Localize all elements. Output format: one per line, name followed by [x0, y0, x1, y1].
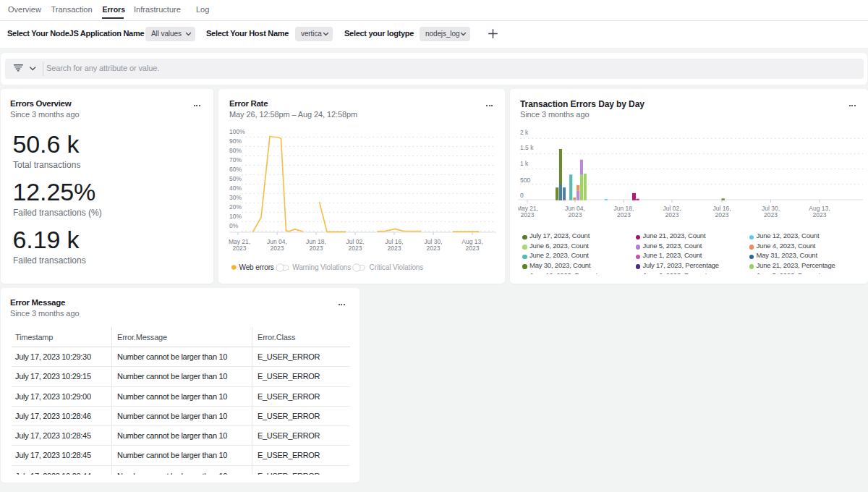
svg-text:2023: 2023 — [233, 245, 247, 252]
svg-text:2023: 2023 — [617, 211, 631, 219]
svg-text:0: 0 — [520, 192, 524, 199]
svg-text:2023: 2023 — [715, 211, 729, 219]
svg-text:70%: 70% — [229, 156, 242, 164]
svg-text:2023: 2023 — [349, 245, 362, 252]
svg-text:100%: 100% — [229, 128, 245, 135]
svg-text:20%: 20% — [229, 203, 242, 211]
svg-text:30%: 30% — [229, 194, 242, 201]
svg-text:50%: 50% — [229, 175, 242, 182]
svg-text:2 k: 2 k — [520, 129, 529, 136]
svg-text:40%: 40% — [229, 184, 242, 192]
svg-text:60%: 60% — [229, 166, 242, 173]
svg-text:90%: 90% — [229, 137, 242, 145]
svg-text:2023: 2023 — [466, 245, 480, 252]
svg-text:10%: 10% — [229, 213, 242, 220]
svg-text:2023: 2023 — [764, 211, 778, 219]
svg-text:80%: 80% — [229, 147, 242, 154]
svg-text:2023: 2023 — [569, 211, 582, 219]
svg-text:2023: 2023 — [521, 211, 535, 219]
svg-text:1.5 k: 1.5 k — [520, 144, 534, 151]
svg-text:2023: 2023 — [813, 211, 827, 219]
svg-text:2023: 2023 — [310, 245, 323, 252]
svg-text:2023: 2023 — [271, 245, 284, 252]
svg-text:2023: 2023 — [427, 245, 441, 252]
svg-text:2023: 2023 — [388, 245, 401, 252]
svg-text:0%: 0% — [229, 222, 239, 229]
svg-text:Warning Violations: Warning Violations — [292, 263, 351, 271]
svg-text:1 k: 1 k — [520, 160, 529, 167]
svg-text:500: 500 — [520, 177, 530, 184]
svg-text:2023: 2023 — [665, 211, 679, 219]
svg-text:Critical Violations: Critical Violations — [370, 263, 424, 271]
svg-text:Web errors: Web errors — [239, 263, 274, 271]
